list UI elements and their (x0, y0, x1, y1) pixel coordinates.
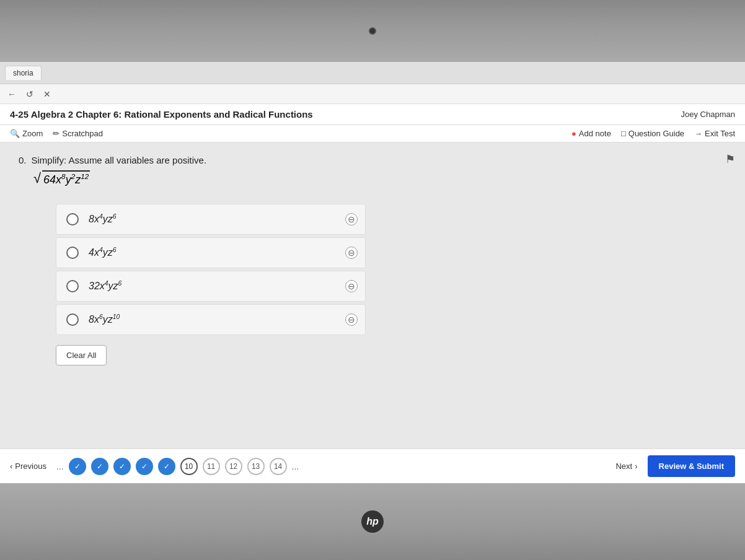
exit-test-button[interactable]: → Exit Test (694, 129, 735, 138)
add-note-label: Add note (579, 129, 611, 138)
exit-test-label: Exit Test (705, 129, 735, 138)
hp-logo: hp (361, 510, 384, 533)
page-9-dot[interactable]: ✓ (158, 458, 175, 475)
scratchpad-label: Scratchpad (62, 129, 103, 138)
exit-test-icon: → (694, 129, 702, 138)
question-guide-icon: □ (621, 129, 626, 138)
zoom-icon: 🔍 (10, 129, 20, 138)
question-text: Simplify: Assume all variables are posit… (32, 155, 207, 165)
next-arrow-icon: › (635, 462, 637, 471)
choice-c-row: 32x4yz6 ⊖ (56, 271, 366, 302)
page-12-label: 12 (229, 462, 237, 471)
eliminate-b-button[interactable]: ⊖ (345, 247, 358, 259)
toolbar-right: ● Add note □ Question Guide → Exit Test (571, 129, 735, 138)
zoom-label: Zoom (22, 129, 43, 138)
page-11-dot[interactable]: 11 (203, 458, 220, 475)
check-5-icon: ✓ (74, 462, 81, 471)
previous-label: Previous (15, 462, 46, 471)
browser-tab[interactable]: shoria (5, 66, 42, 80)
review-submit-button[interactable]: Review & Submit (648, 455, 735, 477)
check-8-icon: ✓ (141, 462, 148, 471)
browser-window: shoria ← ↺ ✕ 4-25 Algebra 2 Chapter 6: R… (0, 62, 745, 483)
choice-b-radio[interactable] (66, 247, 79, 259)
main-content: ⚑ 0. Simplify: Assume all variables are … (0, 142, 745, 452)
next-label: Next (615, 462, 632, 471)
clear-all-button[interactable]: Clear All (56, 345, 107, 365)
browser-chrome: shoria (0, 62, 745, 84)
add-note-button[interactable]: ● Add note (571, 129, 611, 138)
eliminate-c-button[interactable]: ⊖ (345, 280, 358, 292)
reload-button[interactable]: ↺ (24, 88, 36, 100)
question-guide-button[interactable]: □ Question Guide (621, 129, 684, 138)
question-expression: √ 64x8y2z12 (33, 170, 90, 186)
choice-a-row: 8x4yz6 ⊖ (56, 204, 366, 235)
previous-button[interactable]: ‹ Previous (10, 462, 46, 471)
bottom-nav: ‹ Previous ... ✓ ✓ ✓ ✓ ✓ 10 11 (0, 448, 745, 483)
choice-b-text: 4x4yz6 (89, 247, 116, 258)
page-14-label: 14 (274, 462, 282, 471)
flag-icon[interactable]: ⚑ (725, 152, 735, 166)
page-10-dot[interactable]: 10 (180, 458, 198, 475)
prev-arrow-icon: ‹ (10, 462, 12, 471)
scratchpad-icon: ✏ (53, 129, 60, 138)
laptop-top-bezel (0, 0, 745, 62)
question-number: 0. (19, 155, 27, 165)
choice-b-row: 4x4yz6 ⊖ (56, 237, 366, 268)
nav-bar: ← ↺ ✕ (0, 84, 745, 104)
radical-content: 64x8y2z12 (42, 170, 90, 186)
tab-label: shoria (13, 69, 33, 77)
zoom-button[interactable]: 🔍 Zoom (10, 129, 43, 138)
page-7-dot[interactable]: ✓ (113, 458, 131, 475)
page-6-dot[interactable]: ✓ (91, 458, 108, 475)
webcam (369, 27, 376, 35)
right-dots: ... (292, 462, 299, 471)
page-13-dot[interactable]: 13 (247, 458, 265, 475)
user-name: Joey Chapman (681, 110, 735, 119)
laptop-bottom-bezel: hp (0, 483, 745, 560)
app-title: 4-25 Algebra 2 Chapter 6: Rational Expon… (10, 109, 313, 120)
page-8-dot[interactable]: ✓ (136, 458, 153, 475)
choice-d-row: 8x6yz10 ⊖ (56, 304, 366, 335)
next-button[interactable]: Next › (615, 462, 637, 471)
question-guide-label: Question Guide (628, 129, 684, 138)
app-header: 4-25 Algebra 2 Chapter 6: Rational Expon… (0, 104, 745, 125)
choice-a-text: 8x4yz6 (89, 213, 116, 225)
clear-all-label: Clear All (66, 351, 96, 360)
choice-c-radio[interactable] (66, 280, 79, 292)
check-6-icon: ✓ (97, 462, 103, 471)
choice-d-radio[interactable] (66, 313, 79, 326)
eliminate-d-button[interactable]: ⊖ (345, 313, 358, 326)
choices-container: 8x4yz6 ⊖ 4x4yz6 ⊖ 32x4yz6 ⊖ (56, 204, 366, 335)
page-10-label: 10 (185, 462, 193, 471)
radical-symbol: √ (33, 170, 41, 186)
review-submit-label: Review & Submit (659, 462, 724, 471)
close-button[interactable]: ✕ (41, 88, 53, 100)
check-9-icon: ✓ (164, 462, 170, 471)
check-7-icon: ✓ (119, 462, 125, 471)
page-14-dot[interactable]: 14 (270, 458, 287, 475)
page-11-label: 11 (207, 462, 215, 471)
page-12-dot[interactable]: 12 (225, 458, 242, 475)
back-button[interactable]: ← (5, 88, 19, 100)
eliminate-a-button[interactable]: ⊖ (345, 213, 358, 225)
scratchpad-button[interactable]: ✏ Scratchpad (53, 129, 103, 138)
choice-c-text: 32x4yz6 (89, 280, 121, 292)
choice-a-radio[interactable] (66, 213, 79, 225)
choice-d-text: 8x6yz10 (89, 313, 120, 325)
left-dots: ... (56, 462, 64, 471)
page-13-label: 13 (252, 462, 260, 471)
page-5-dot[interactable]: ✓ (69, 458, 86, 475)
toolbar: 🔍 Zoom ✏ Scratchpad ● Add note □ Questio… (0, 125, 745, 142)
add-note-icon: ● (571, 129, 576, 138)
